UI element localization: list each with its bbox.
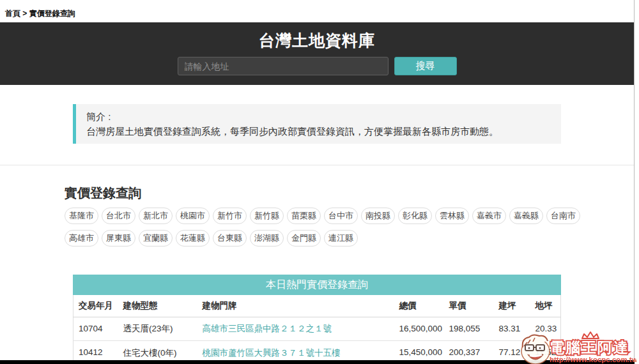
- table-header-row: 交易年月 建物型態 建物門牌 總價 單價 建坪 地坪: [73, 295, 561, 317]
- search-bar: 搜尋: [0, 57, 634, 75]
- city-chip-tainan[interactable]: 台南市: [546, 208, 580, 224]
- city-chip-miaoli[interactable]: 苗栗縣: [287, 208, 321, 224]
- page: 首頁 > 實價登錄查詢 台灣土地資料庫 搜尋 簡介 : 台灣房屋土地實價登錄查詢…: [0, 0, 635, 364]
- cell-total: 16,500,000: [394, 317, 444, 340]
- col-header-unit: 單價: [444, 295, 494, 317]
- col-header-total: 總價: [394, 295, 444, 317]
- city-chip-nantou[interactable]: 南投縣: [361, 208, 395, 224]
- city-chip-taoyuan[interactable]: 桃園市: [176, 208, 210, 224]
- hot-listings-table: 交易年月 建物型態 建物門牌 總價 單價 建坪 地坪 10704 透天厝(23年: [73, 295, 561, 364]
- city-chip-kinmen[interactable]: 金門縣: [287, 230, 321, 246]
- city-chip-yunlin[interactable]: 雲林縣: [435, 208, 469, 224]
- hero-header: 台灣土地資料庫 搜尋: [0, 22, 634, 85]
- cell-month: 10704: [73, 317, 118, 340]
- breadcrumb-text: 首頁 > 實價登錄查詢: [5, 9, 75, 18]
- page-title: 台灣土地資料庫: [0, 31, 634, 50]
- city-chip-kaohsiung[interactable]: 高雄市: [65, 230, 98, 246]
- table-title: 本日熱門實價登錄查詢: [73, 275, 561, 295]
- search-button[interactable]: 搜尋: [394, 57, 457, 75]
- table-row: 10704 透天厝(23年) 高雄市三民區鼎中路２１２之１號 16,500,00…: [73, 317, 561, 340]
- cell-type: 透天厝(23年): [118, 317, 197, 340]
- col-header-land: 地坪: [530, 295, 561, 317]
- col-header-month: 交易年月: [73, 295, 118, 317]
- watermark-url-text: http://www.kocpc.com.tw: [550, 356, 636, 363]
- city-chip-row-2: 高雄市 屏東縣 宜蘭縣 花蓮縣 台東縣 澎湖縣 金門縣 連江縣: [65, 230, 569, 246]
- city-chip-taitung[interactable]: 台東縣: [213, 230, 247, 246]
- city-chip-taichung[interactable]: 台中市: [324, 208, 358, 224]
- city-chip-chiayi-county[interactable]: 嘉義縣: [509, 208, 543, 224]
- city-chip-hualien[interactable]: 花蓮縣: [176, 230, 210, 246]
- city-chip-row-1: 基隆市 台北市 新北市 桃園市 新竹市 新竹縣 苗栗縣 台中市 南投縣 彰化縣 …: [65, 208, 569, 224]
- city-chip-newtaipei[interactable]: 新北市: [139, 208, 173, 224]
- intro-label: 簡介 :: [86, 109, 551, 124]
- mascot-face-icon: [521, 335, 550, 364]
- city-chip-lienchiang[interactable]: 連江縣: [324, 230, 358, 246]
- address-link[interactable]: 高雄市三民區鼎中路２１２之１號: [203, 324, 332, 333]
- city-chip-hsinchu-city[interactable]: 新竹市: [213, 208, 247, 224]
- intro-callout: 簡介 : 台灣房屋土地實價登錄查詢系統，每季同步內政部實價登錄資訊，方便掌握最新…: [73, 104, 561, 144]
- hot-listings: 本日熱門實價登錄查詢 交易年月 建物型態 建物門牌 總價 單價 建坪: [73, 275, 561, 364]
- city-chip-yilan[interactable]: 宜蘭縣: [139, 230, 173, 246]
- intro-text: 台灣房屋土地實價登錄查詢系統，每季同步內政部實價登錄資訊，方便掌握最新各縣市房市…: [86, 124, 551, 139]
- city-chip-taipei[interactable]: 台北市: [102, 208, 135, 224]
- col-header-type: 建物型態: [118, 295, 197, 317]
- city-chip-changhua[interactable]: 彰化縣: [398, 208, 432, 224]
- watermark: 電腦王阿達 http://www.kocpc.com.tw: [520, 331, 636, 364]
- col-header-build: 建坪: [494, 295, 530, 317]
- cell-unit: 198,055: [444, 317, 494, 340]
- crown-icon: [582, 332, 599, 338]
- breadcrumb[interactable]: 首頁 > 實價登錄查詢: [0, 0, 634, 22]
- cell-address: 高雄市三民區鼎中路２１２之１號: [197, 317, 394, 340]
- city-chip-penghu[interactable]: 澎湖縣: [250, 230, 284, 246]
- intro-section: 簡介 : 台灣房屋土地實價登錄查詢系統，每季同步內政部實價登錄資訊，方便掌握最新…: [0, 85, 634, 165]
- address-link[interactable]: 桃園市蘆竹區大興路３７１號十五樓: [203, 348, 341, 358]
- city-chip-keelung[interactable]: 基隆市: [65, 208, 98, 224]
- watermark-brand-text: 電腦王阿達: [550, 339, 629, 356]
- kocpc-watermark-graphic: 電腦王阿達 http://www.kocpc.com.tw: [520, 331, 636, 364]
- col-header-address: 建物門牌: [197, 295, 394, 317]
- search-input[interactable]: [178, 57, 389, 75]
- city-chip-pingtung[interactable]: 屏東縣: [102, 230, 135, 246]
- section-title: 實價登錄查詢: [65, 185, 569, 202]
- city-chip-hsinchu-county[interactable]: 新竹縣: [250, 208, 284, 224]
- city-chip-chiayi-city[interactable]: 嘉義市: [472, 208, 506, 224]
